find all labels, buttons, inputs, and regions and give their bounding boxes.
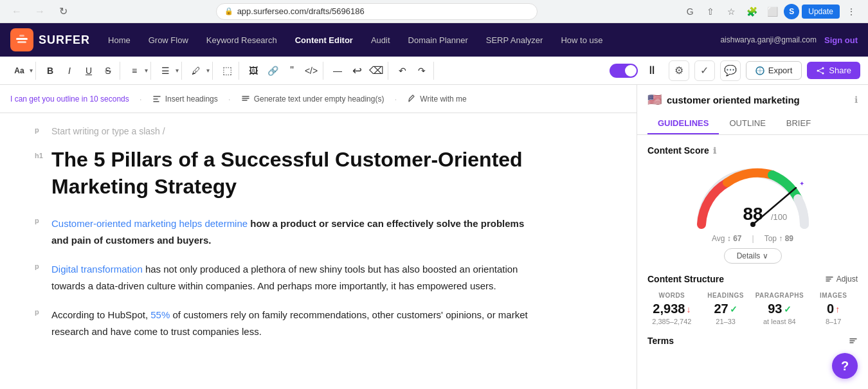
toggle-switch[interactable] — [610, 64, 638, 78]
check-btn[interactable]: ✓ — [694, 60, 715, 81]
generate-text-hint[interactable]: Generate text under empty heading(s) — [241, 95, 384, 104]
font-group: Aa ▾ — [8, 62, 36, 80]
title-block[interactable]: h1 The 5 Pillars of a Successful Custome… — [51, 147, 540, 200]
adjust-button[interactable]: Adjust — [825, 275, 858, 284]
lock-icon: 🔒 — [224, 7, 233, 15]
back-button[interactable]: ← — [8, 3, 26, 21]
pause-btn[interactable]: ⏸ — [643, 62, 661, 80]
nav-serp-analyzer[interactable]: SERP Analyzer — [478, 30, 551, 50]
hr-btn[interactable]: — — [329, 62, 347, 80]
export-button[interactable]: Export — [746, 61, 802, 80]
link-customer-marketing[interactable]: Customer-oriented marketing helps determ… — [51, 218, 250, 229]
generate-text-label: Generate text under empty heading(s) — [254, 95, 384, 104]
share-label: Share — [829, 66, 851, 75]
block-btn[interactable]: ⬚ — [218, 62, 236, 80]
svg-text:✦: ✦ — [799, 180, 804, 187]
url-bar[interactable]: 🔒 app.surferseo.com/drafts/5696186 — [216, 3, 538, 20]
keyword-title: customer oriented marketing — [667, 95, 849, 105]
paragraph-2[interactable]: p Digital transformation has not only pr… — [51, 261, 540, 294]
structure-header: Content Structure Adjust — [647, 274, 858, 284]
insert-headings-label: Insert headings — [165, 95, 218, 104]
browser-actions: G ⇧ ☆ 🧩 ⬜ S Update ⋮ — [681, 3, 860, 21]
list-btn[interactable]: ☰ — [156, 62, 174, 80]
write-with-me-label: Write with me — [420, 95, 466, 104]
tab-guidelines[interactable]: GUIDELINES — [647, 113, 719, 134]
article-title[interactable]: The 5 Pillars of a Successful Customer-O… — [51, 147, 540, 200]
hint-separator-3: · — [394, 94, 397, 104]
eraser-btn[interactable]: ⌫ — [367, 62, 385, 80]
outline-hint[interactable]: I can get you outline in 10 seconds — [10, 95, 129, 104]
editor-panel[interactable]: I can get you outline in 10 seconds · In… — [0, 85, 637, 389]
p-marker-placeholder: p — [35, 126, 39, 134]
link-btn[interactable]: 🔗 — [264, 62, 282, 80]
terms-header: Terms — [647, 336, 858, 346]
code-btn[interactable]: </> — [302, 62, 320, 80]
nav-audit[interactable]: Audit — [363, 30, 398, 50]
google-icon[interactable]: G — [681, 3, 699, 21]
images-range: 8–17 — [809, 318, 858, 325]
nav-grow-flow[interactable]: Grow Flow — [141, 30, 196, 50]
history-group: ↶ ↷ — [391, 62, 434, 80]
bookmark-icon[interactable]: ☆ — [722, 3, 740, 21]
paragraph-1[interactable]: p Customer-oriented marketing helps dete… — [51, 215, 540, 248]
paragraphs-range: at least 84 — [755, 318, 804, 325]
quote-btn[interactable]: " — [283, 62, 301, 80]
underline-btn[interactable]: U — [80, 62, 98, 80]
score-info-icon[interactable]: ℹ — [713, 146, 716, 156]
highlight-btn[interactable]: 🖊 — [187, 62, 205, 80]
italic-btn[interactable]: I — [60, 62, 78, 80]
share-icon[interactable]: ⇧ — [701, 3, 719, 21]
insert-headings-icon — [152, 95, 161, 104]
profile-avatar[interactable]: S — [784, 4, 799, 19]
window-icon[interactable]: ⬜ — [763, 3, 781, 21]
headings-range: 21–33 — [701, 318, 750, 325]
chat-btn[interactable]: 💬 — [720, 60, 741, 81]
nav-content-editor[interactable]: Content Editor — [287, 30, 361, 50]
para-marker-2: p — [35, 262, 39, 270]
update-button[interactable]: Update — [802, 5, 840, 19]
strikethrough-btn[interactable]: S — [99, 62, 117, 80]
nav-keyword-research[interactable]: Keyword Research — [199, 30, 285, 50]
url-text: app.surferseo.com/drafts/5696186 — [237, 6, 365, 16]
insert-headings-hint[interactable]: Insert headings — [152, 95, 218, 104]
settings-btn[interactable]: ⚙ — [669, 60, 689, 81]
link-digital-transformation[interactable]: Digital transformation — [51, 264, 143, 275]
adjust-label: Adjust — [836, 275, 858, 284]
para-marker-1: p — [35, 217, 39, 224]
terms-adjust-btn[interactable] — [849, 336, 858, 345]
nav-how-to-use[interactable]: How to use — [553, 30, 610, 50]
link-55-percent[interactable]: 55% — [150, 309, 170, 320]
forward-button[interactable]: → — [31, 3, 49, 21]
paragraph-3[interactable]: p According to HubSpot, 55% of customers… — [51, 307, 540, 339]
menu-icon[interactable]: ⋮ — [842, 3, 860, 21]
tab-brief[interactable]: BRIEF — [776, 113, 821, 134]
extensions-icon[interactable]: 🧩 — [743, 3, 761, 21]
reload-button[interactable]: ↻ — [54, 3, 72, 21]
tab-outline[interactable]: OUTLINE — [719, 113, 775, 134]
terms-title: Terms — [647, 336, 674, 346]
redo-divider-btn[interactable]: ↩ — [348, 62, 366, 80]
nav-domain-planner[interactable]: Domain Planner — [401, 30, 476, 50]
share-button[interactable]: Share — [807, 62, 860, 79]
headings-indicator: ✓ — [730, 304, 737, 314]
image-btn[interactable]: 🖼 — [244, 62, 262, 80]
details-button[interactable]: Details ∨ — [724, 248, 782, 264]
bold-btn[interactable]: B — [41, 62, 59, 80]
help-button[interactable]: ? — [832, 353, 858, 379]
write-with-me-hint[interactable]: Write with me — [407, 95, 466, 104]
nav-home[interactable]: Home — [100, 30, 138, 50]
nav-signout[interactable]: Sign out — [824, 35, 858, 45]
editor-content[interactable]: p Start writing or type a slash / h1 The… — [0, 113, 579, 365]
svg-rect-1 — [17, 41, 26, 43]
info-icon[interactable]: ℹ — [854, 95, 858, 105]
words-range: 2,385–2,742 — [647, 318, 696, 325]
redo-btn[interactable]: ↷ — [413, 62, 431, 80]
font-size-btn[interactable]: Aa — [10, 62, 28, 80]
right-panel-header: 🇺🇸 customer oriented marketing ℹ GUIDELI… — [637, 85, 868, 135]
metric-images: IMAGES 0 ↑ 8–17 — [809, 292, 858, 325]
h1-marker: h1 — [35, 152, 43, 159]
content-area: I can get you outline in 10 seconds · In… — [0, 85, 868, 389]
undo-btn[interactable]: ↶ — [393, 62, 411, 80]
media-group: 🖼 🔗 " </> — [242, 62, 323, 80]
align-btn[interactable]: ≡ — [125, 62, 143, 80]
